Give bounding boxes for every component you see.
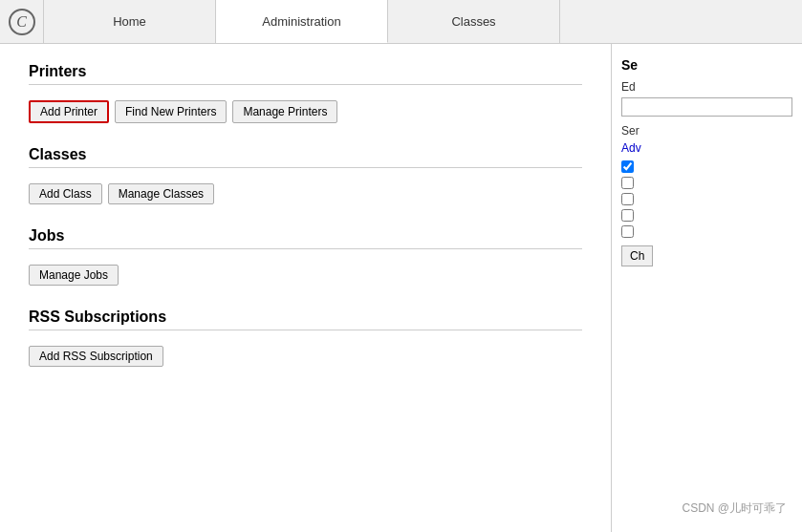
manage-classes-button[interactable]: Manage Classes	[108, 183, 214, 204]
right-sidebar: Se Ed Ser Adv Ch	[611, 44, 802, 532]
sidebar-edit-input[interactable]	[621, 97, 792, 117]
sidebar-checkbox-5-row	[621, 225, 792, 238]
sidebar-edit-label: Ed	[621, 80, 792, 94]
add-printer-button[interactable]: Add Printer	[29, 100, 109, 123]
top-navigation: C Home Administration Classes	[0, 0, 802, 44]
manage-printers-button[interactable]: Manage Printers	[232, 100, 337, 123]
sidebar-checkbox-1[interactable]	[621, 160, 634, 173]
find-new-printers-button[interactable]: Find New Printers	[115, 100, 227, 123]
sidebar-checkbox-1-row	[621, 160, 792, 173]
jobs-section-header: Jobs	[29, 227, 582, 259]
manage-jobs-button[interactable]: Manage Jobs	[29, 265, 119, 286]
classes-divider	[29, 167, 582, 168]
printers-divider	[29, 84, 582, 85]
add-rss-subscription-button[interactable]: Add RSS Subscription	[29, 346, 163, 367]
sidebar-checkbox-2-row	[621, 177, 792, 189]
rss-section: RSS Subscriptions Add RSS Subscription	[29, 309, 582, 367]
tab-administration[interactable]: Administration	[216, 0, 388, 43]
printers-section-title: Printers	[29, 63, 582, 80]
printers-buttons: Add Printer Find New Printers Manage Pri…	[29, 100, 582, 123]
sidebar-checkbox-2[interactable]	[621, 177, 634, 189]
jobs-section: Jobs Manage Jobs	[29, 227, 582, 286]
sidebar-server-label: Ser	[621, 124, 792, 138]
watermark: CSDN @儿时可乖了	[682, 500, 787, 517]
rss-divider	[29, 330, 582, 330]
rss-section-header: RSS Subscriptions	[29, 309, 582, 340]
main-content: Printers Add Printer Find New Printers M…	[0, 44, 611, 532]
app-logo: C	[0, 0, 44, 43]
tab-home[interactable]: Home	[44, 0, 216, 43]
printers-section: Printers Add Printer Find New Printers M…	[29, 63, 582, 123]
rss-section-title: RSS Subscriptions	[29, 309, 582, 326]
sidebar-checkbox-4-row	[621, 209, 792, 222]
sidebar-title: Se	[621, 57, 792, 73]
jobs-section-title: Jobs	[29, 227, 582, 245]
classes-section-header: Classes	[29, 146, 582, 178]
sidebar-advanced-link[interactable]: Adv	[621, 141, 792, 155]
jobs-divider	[29, 248, 582, 249]
printers-section-header: Printers	[29, 63, 582, 95]
sidebar-checkbox-4[interactable]	[621, 209, 634, 222]
sidebar-checkbox-3-row	[621, 193, 792, 205]
logo-icon: C	[9, 9, 35, 35]
jobs-buttons: Manage Jobs	[29, 265, 582, 286]
classes-section: Classes Add Class Manage Classes	[29, 146, 582, 204]
sidebar-checkbox-5[interactable]	[621, 225, 634, 238]
sidebar-checkbox-3[interactable]	[621, 193, 634, 205]
sidebar-change-button[interactable]: Ch	[621, 245, 653, 266]
rss-buttons: Add RSS Subscription	[29, 346, 582, 367]
classes-section-title: Classes	[29, 146, 582, 163]
classes-buttons: Add Class Manage Classes	[29, 183, 582, 204]
tab-classes[interactable]: Classes	[388, 0, 560, 43]
main-layout: Printers Add Printer Find New Printers M…	[0, 44, 802, 532]
add-class-button[interactable]: Add Class	[29, 183, 102, 204]
